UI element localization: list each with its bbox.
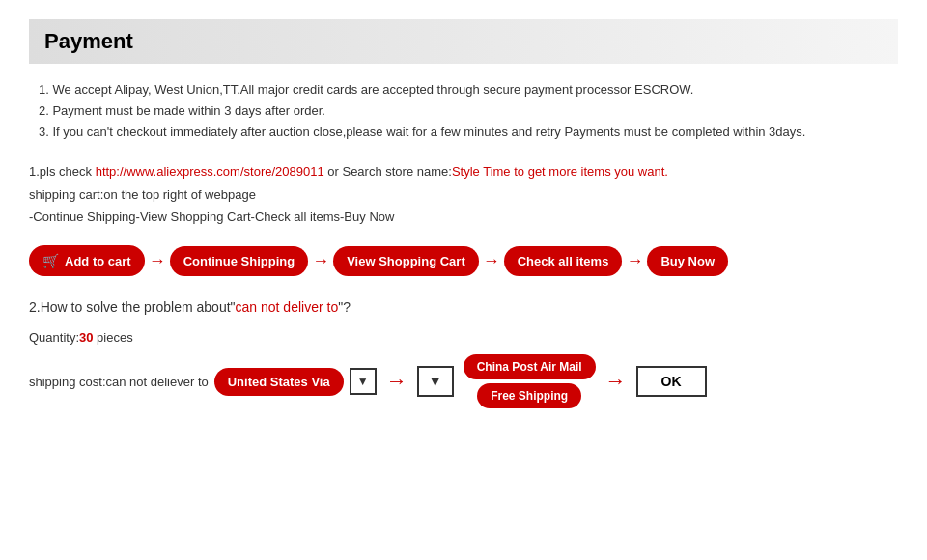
page-title: Payment [44, 29, 133, 53]
info-middle: or Search store name: [324, 164, 452, 179]
info-line3: -Continue Shipping-View Shopping Cart-Ch… [29, 206, 898, 228]
free-shipping-option[interactable]: Free Shipping [477, 383, 581, 408]
section-2-prefix: 2.How to solve the problem about" [29, 299, 236, 315]
shipping-label: shipping cost:can not deliever to [29, 375, 209, 389]
shipping-dropdown-arrow-icon: ▼ [429, 374, 442, 389]
quantity-unit: pieces [94, 330, 133, 345]
rule-3: 3. If you can't checkout immediately aft… [39, 122, 898, 143]
quantity-row: Quantity:30 pieces [29, 330, 898, 345]
rule-1: 1. We accept Alipay, West Union,TT.All m… [39, 79, 898, 100]
country-dropdown[interactable]: ▼ [350, 368, 377, 395]
section-2-title: 2.How to solve the problem about"can not… [29, 299, 898, 315]
section-header: Payment [29, 19, 898, 64]
step-3-label: View Shopping Cart [347, 254, 465, 268]
payment-rules-list: 1. We accept Alipay, West Union,TT.All m… [29, 79, 898, 143]
view-shopping-cart-button[interactable]: View Shopping Cart [333, 246, 479, 276]
arrow-3: → [483, 251, 500, 271]
arrow-4: → [626, 251, 643, 271]
check-all-items-button[interactable]: Check all items [504, 246, 623, 276]
free-shipping-label: Free Shipping [491, 389, 568, 403]
flow-steps: 🛒 Add to cart → Continue Shipping → View… [29, 245, 898, 276]
step-1-label: Add to cart [65, 254, 131, 268]
china-post-air-mail-option[interactable]: China Post Air Mail [464, 354, 596, 379]
shipping-method-dropdown[interactable]: ▼ [417, 366, 454, 397]
quantity-value: 30 [79, 330, 93, 345]
shipping-options: China Post Air Mail Free Shipping [464, 354, 596, 408]
cart-icon: 🛒 [42, 253, 59, 268]
info-line1: 1.pls check http://www.aliexpress.com/st… [29, 160, 898, 182]
add-to-cart-button[interactable]: 🛒 Add to cart [29, 245, 145, 276]
cannot-deliver-text: can not deliver to [236, 299, 339, 315]
shipping-arrow: → [386, 369, 407, 394]
arrow-1: → [149, 251, 166, 271]
info-block: 1.pls check http://www.aliexpress.com/st… [29, 160, 898, 228]
ok-arrow: → [605, 369, 627, 394]
page-container: Payment 1. We accept Alipay, West Union,… [0, 0, 927, 560]
step-5-label: Buy Now [660, 254, 715, 268]
step-4-label: Check all items [518, 254, 609, 268]
info-line2: shipping cart:on the top right of webpag… [29, 183, 898, 206]
continue-shipping-button[interactable]: Continue Shipping [170, 246, 309, 276]
section-2: 2.How to solve the problem about"can not… [29, 299, 898, 408]
buy-now-button[interactable]: Buy Now [647, 246, 728, 276]
store-name: Style Time to get more items you want. [452, 164, 668, 179]
section-2-suffix: "? [338, 299, 351, 315]
dropdown-arrow-icon: ▼ [357, 375, 369, 388]
country-select-button[interactable]: United States Via [214, 368, 344, 396]
arrow-2: → [312, 251, 329, 271]
quantity-label: Quantity: [29, 330, 79, 345]
info-prefix: 1.pls check [29, 164, 96, 179]
china-post-label: China Post Air Mail [477, 360, 582, 374]
country-label: United States Via [228, 375, 330, 389]
shipping-row: shipping cost:can not deliever to United… [29, 354, 898, 408]
ok-button[interactable]: OK [636, 366, 707, 397]
rule-2: 2. Payment must be made within 3 days af… [39, 100, 898, 122]
step-2-label: Continue Shipping [183, 254, 295, 268]
store-link[interactable]: http://www.aliexpress.com/store/2089011 [96, 164, 324, 179]
